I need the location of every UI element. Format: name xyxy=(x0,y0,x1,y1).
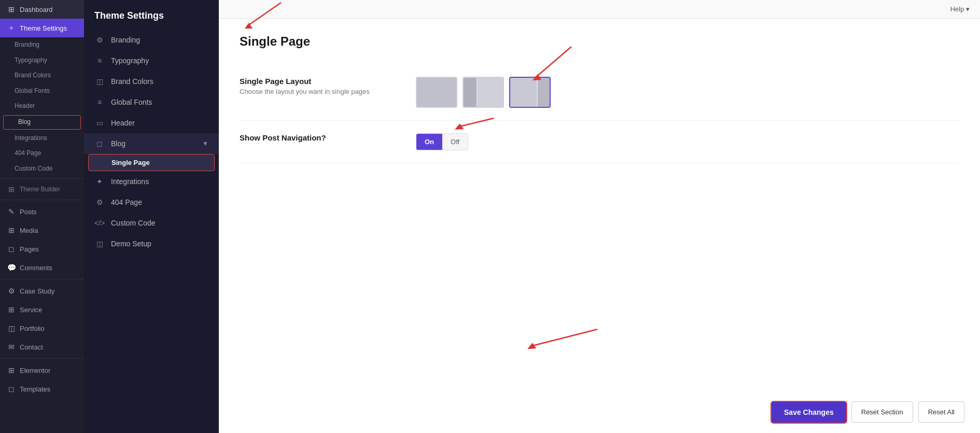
nav-sub-custom-code[interactable]: Custom Code xyxy=(0,161,84,177)
layout-option-3[interactable] xyxy=(509,77,551,108)
reset-section-button[interactable]: Reset Section xyxy=(851,401,913,423)
reset-all-button[interactable]: Reset All xyxy=(918,401,964,423)
pages-icon: ◻ xyxy=(7,245,16,253)
nav-item-media[interactable]: ⊞ Media xyxy=(0,221,84,240)
demo-setup-icon: ◫ xyxy=(94,240,105,248)
contact-icon: ✉ xyxy=(7,343,16,351)
nav-item-service[interactable]: ⊞ Service xyxy=(0,300,84,319)
nav-item-posts[interactable]: ✎ Posts xyxy=(0,202,84,221)
header-icon: ▭ xyxy=(94,119,105,127)
comments-icon: 💬 xyxy=(7,263,16,272)
left-navigation: ⊞ Dashboard ✦ Theme Settings Branding Ty… xyxy=(0,0,84,433)
chevron-down-icon: ▼ xyxy=(202,140,208,147)
layout-options xyxy=(416,77,551,108)
middle-panel: Theme Settings ⚙ Branding ≡ Typography ◫… xyxy=(84,0,219,433)
nav-item-theme-settings[interactable]: ✦ Theme Settings xyxy=(0,19,84,37)
nav-sub-blog[interactable]: Blog xyxy=(3,115,81,130)
toggle-on-button[interactable]: On xyxy=(416,134,442,150)
middle-item-demo-setup[interactable]: ◫ Demo Setup xyxy=(84,233,219,254)
service-icon: ⊞ xyxy=(7,305,16,314)
nav-item-dashboard[interactable]: ⊞ Dashboard xyxy=(0,0,84,19)
layout-2-left xyxy=(464,78,478,107)
404-icon: ⚙ xyxy=(94,198,105,206)
save-changes-button[interactable]: Save Changes xyxy=(772,402,846,423)
integrations-icon: ✦ xyxy=(94,177,105,186)
middle-item-404[interactable]: ⚙ 404 Page xyxy=(84,192,219,213)
post-nav-label-col: Show Post Navigation? xyxy=(240,133,405,144)
layout-setting-row: Single Page Layout Choose the layout you… xyxy=(240,64,959,121)
nav-sub-branding[interactable]: Branding xyxy=(0,37,84,53)
nav-item-portfolio[interactable]: ◫ Portfolio xyxy=(0,319,84,338)
global-fonts-icon: ≡ xyxy=(94,98,105,106)
nav-item-theme-builder[interactable]: ⊞ Theme Builder xyxy=(0,181,84,198)
layout-2-right xyxy=(478,78,503,107)
nav-item-elementor[interactable]: ⊞ Elementor xyxy=(0,361,84,380)
layout-control-col xyxy=(416,77,959,108)
post-nav-toggle-group: On Off xyxy=(416,133,468,150)
layout-option-2[interactable] xyxy=(463,77,504,108)
media-icon: ⊞ xyxy=(7,226,16,234)
middle-panel-title: Theme Settings xyxy=(84,0,219,30)
nav-sub-brand-colors[interactable]: Brand Colors xyxy=(0,68,84,83)
middle-item-header[interactable]: ▭ Header xyxy=(84,113,219,133)
nav-item-case-study[interactable]: ⚙ Case Study xyxy=(0,282,84,300)
nav-item-templates[interactable]: ◻ Templates xyxy=(0,380,84,398)
post-nav-control-col: On Off xyxy=(416,133,959,150)
middle-item-integrations[interactable]: ✦ Integrations xyxy=(84,171,219,192)
topbar: Help ▾ xyxy=(219,0,980,19)
middle-item-typography[interactable]: ≡ Typography xyxy=(84,50,219,71)
portfolio-icon: ◫ xyxy=(7,324,16,332)
theme-settings-icon: ✦ xyxy=(7,24,16,32)
case-study-icon: ⚙ xyxy=(7,287,16,295)
post-nav-setting-row: Show Post Navigation? On Off xyxy=(240,121,959,163)
middle-item-brand-colors[interactable]: ◫ Brand Colors xyxy=(84,71,219,92)
nav-item-contact[interactable]: ✉ Contact xyxy=(0,338,84,356)
footer-actions: Save Changes Reset Section Reset All xyxy=(772,401,964,423)
help-button[interactable]: Help ▾ xyxy=(950,5,970,13)
middle-item-custom-code[interactable]: </> Custom Code xyxy=(84,213,219,233)
nav-sub-404[interactable]: 404 Page xyxy=(0,146,84,161)
posts-icon: ✎ xyxy=(7,207,16,216)
theme-builder-icon: ⊞ xyxy=(7,185,16,193)
main-content: Help ▾ Single Page Single Page Layout Ch… xyxy=(219,0,980,433)
middle-submenu-single-page[interactable]: Single Page xyxy=(88,154,215,171)
blog-icon: ◻ xyxy=(94,139,105,148)
nav-item-pages[interactable]: ◻ Pages xyxy=(0,240,84,258)
templates-icon: ◻ xyxy=(7,385,16,393)
nav-sub-header[interactable]: Header xyxy=(0,99,84,114)
layout-3-side xyxy=(538,78,550,107)
middle-item-global-fonts[interactable]: ≡ Global Fonts xyxy=(84,92,219,113)
brand-colors-icon: ◫ xyxy=(94,77,105,86)
main-body: Single Page Single Page Layout Choose th… xyxy=(219,19,980,433)
elementor-icon: ⊞ xyxy=(7,366,16,374)
dashboard-icon: ⊞ xyxy=(7,5,16,13)
nav-item-comments[interactable]: 💬 Comments xyxy=(0,258,84,277)
layout-label: Single Page Layout xyxy=(240,77,405,86)
page-title: Single Page xyxy=(240,34,959,49)
layout-1-full xyxy=(417,78,456,107)
nav-sub-typography[interactable]: Typography xyxy=(0,53,84,68)
nav-sub-integrations[interactable]: Integrations xyxy=(0,131,84,146)
toggle-off-button[interactable]: Off xyxy=(442,134,468,150)
middle-item-branding[interactable]: ⚙ Branding xyxy=(84,30,219,50)
nav-sub-global-fonts[interactable]: Global Fonts xyxy=(0,83,84,99)
layout-3-main xyxy=(510,78,538,107)
layout-option-1[interactable] xyxy=(416,77,457,108)
middle-item-blog[interactable]: ◻ Blog ▼ xyxy=(84,133,219,154)
branding-icon: ⚙ xyxy=(94,36,105,44)
post-nav-label: Show Post Navigation? xyxy=(240,133,405,142)
custom-code-icon: </> xyxy=(94,219,105,227)
layout-label-col: Single Page Layout Choose the layout you… xyxy=(240,77,405,95)
layout-desc: Choose the layout you want in single pag… xyxy=(240,88,405,95)
typography-icon: ≡ xyxy=(94,57,105,65)
